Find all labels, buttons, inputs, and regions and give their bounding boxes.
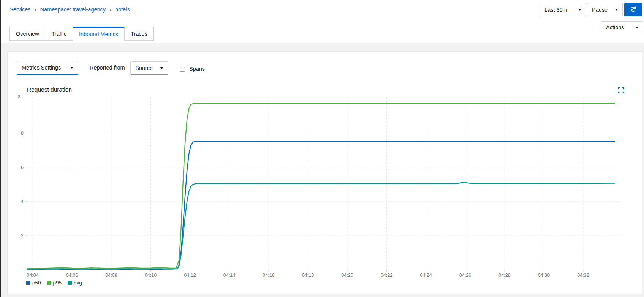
legend-item-p95[interactable]: p95 <box>47 280 62 286</box>
svg-text:6: 6 <box>21 165 24 170</box>
metrics-settings-label: Metrics Settings <box>22 65 61 71</box>
sync-icon <box>630 6 636 14</box>
breadcrumb-link-namespace[interactable]: Namespace: travel-agency <box>40 6 106 13</box>
angle-right-icon: › <box>109 6 111 13</box>
svg-text:04:06: 04:06 <box>66 273 78 278</box>
svg-text:04:24: 04:24 <box>420 273 432 278</box>
tab-inbound-metrics[interactable]: Inbound Metrics <box>73 27 125 41</box>
svg-text:04:18: 04:18 <box>302 273 314 278</box>
request-duration-chart: 04:0404:0604:0804:1004:1204:1404:1604:18… <box>8 93 642 283</box>
breadcrumb-link-service[interactable]: hotels <box>115 6 130 13</box>
angle-right-icon: › <box>35 6 36 13</box>
caret-down-icon <box>635 27 638 28</box>
kiali-service-details-page: Services › Namespace: travel-agency › ho… <box>0 0 644 297</box>
svg-text:04:16: 04:16 <box>263 273 274 278</box>
caret-down-icon <box>615 9 618 11</box>
caret-down-icon <box>578 9 581 11</box>
spans-checkbox[interactable] <box>180 67 185 72</box>
svg-text:04:28: 04:28 <box>498 273 510 278</box>
actions-dropdown-label: Actions <box>606 24 624 30</box>
svg-text:04:26: 04:26 <box>459 273 471 278</box>
svg-text:2: 2 <box>21 233 24 239</box>
reporter-dropdown-value: Source <box>135 65 153 71</box>
reported-from-label: Reported from <box>90 65 125 71</box>
tab-overview[interactable]: Overview <box>9 27 45 41</box>
caret-down-icon <box>70 67 73 69</box>
breadcrumb-link-services[interactable]: Services <box>9 6 31 13</box>
metrics-settings-dropdown[interactable]: Metrics Settings <box>17 61 78 75</box>
svg-text:04:20: 04:20 <box>341 273 353 278</box>
svg-text:04:22: 04:22 <box>381 273 392 278</box>
svg-text:4: 4 <box>21 199 24 204</box>
legend-swatch-avg <box>68 281 72 285</box>
legend-swatch-p95 <box>47 281 51 285</box>
spans-checkbox-label[interactable]: Spans <box>189 66 205 72</box>
svg-text:04:30: 04:30 <box>538 273 550 278</box>
tab-traces[interactable]: Traces <box>124 27 154 41</box>
reporter-dropdown[interactable]: Source <box>130 61 168 75</box>
refresh-button[interactable] <box>624 3 642 16</box>
legend-item-avg[interactable]: avg <box>68 280 82 286</box>
svg-text:04:14: 04:14 <box>223 273 235 278</box>
legend-item-p50[interactable]: p50 <box>26 280 41 286</box>
duration-dropdown[interactable]: Last 30m <box>540 3 586 16</box>
refresh-interval-dropdown[interactable]: Pause <box>587 3 623 16</box>
chart-title: Request duration <box>27 86 72 93</box>
refresh-interval-value: Pause <box>592 7 608 13</box>
svg-text:04:10: 04:10 <box>145 273 157 278</box>
legend-swatch-p50 <box>26 281 30 285</box>
svg-text:04:32: 04:32 <box>577 273 589 278</box>
duration-dropdown-value: Last 30m <box>544 7 567 13</box>
metrics-card: Metrics Settings Reported from Source Sp… <box>7 51 642 294</box>
tab-traffic[interactable]: Traffic <box>45 27 73 41</box>
svg-text:04:08: 04:08 <box>105 273 117 278</box>
service-tabs: Overview Traffic Inbound Metrics Traces <box>9 27 154 41</box>
caret-down-icon <box>160 67 163 69</box>
chart-legend: p50 p95 avg <box>26 280 82 286</box>
svg-text:04:04: 04:04 <box>27 273 38 278</box>
actions-dropdown[interactable]: Actions <box>601 21 643 33</box>
svg-text:04:12: 04:12 <box>184 273 196 278</box>
svg-text:8: 8 <box>21 131 24 136</box>
breadcrumb: Services › Namespace: travel-agency › ho… <box>9 6 130 13</box>
